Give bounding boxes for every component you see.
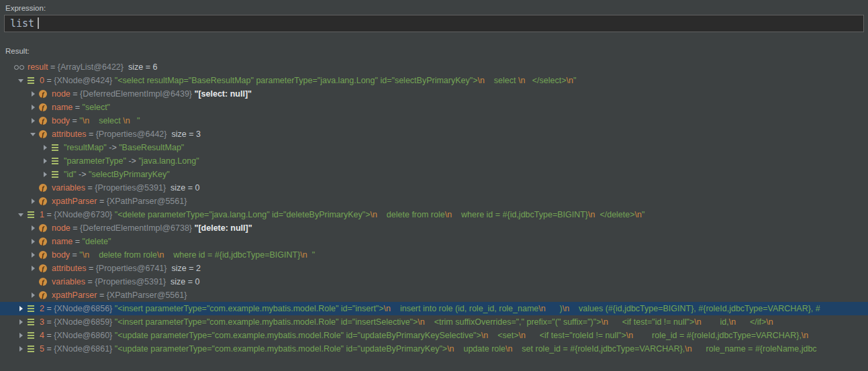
row-part: {Properties@5391} xyxy=(95,183,166,193)
row-text: attributes = {Properties@6442} size = 3 xyxy=(52,129,201,139)
row-part: where id = #{id,jdbcType=BIGINT} xyxy=(164,250,300,260)
row-part: = xyxy=(86,129,95,139)
row-part: result xyxy=(28,62,48,72)
row-part: attributes xyxy=(52,264,86,273)
expand-arrow-icon[interactable] xyxy=(40,141,50,154)
tree-row[interactable]: 4 = {XNode@6860} "<update parameterType=… xyxy=(0,329,868,342)
row-text: 4 = {XNode@6860} "<update parameterType=… xyxy=(40,331,808,340)
expand-arrow-icon[interactable] xyxy=(28,101,38,114)
row-part: " xyxy=(642,210,644,219)
row-part: name xyxy=(52,237,73,246)
tree-row[interactable]: 5 = {XNode@6861} "<update parameterType=… xyxy=(0,342,868,356)
tree-row[interactable]: node = {DeferredElementImpl@6439} "[sele… xyxy=(0,87,868,101)
expand-arrow-icon[interactable] xyxy=(16,302,26,315)
collapse-arrow-icon[interactable] xyxy=(28,127,38,141)
row-part: \n xyxy=(635,210,642,219)
element-icon xyxy=(26,208,36,221)
row-part: = xyxy=(97,197,106,206)
row-part: \n xyxy=(447,344,454,354)
field-icon xyxy=(38,114,48,127)
row-part: \n xyxy=(371,210,377,219)
tree-row[interactable]: "id" -> "selectByPrimaryKey" xyxy=(0,168,868,181)
row-part: size = 6 xyxy=(124,62,157,72)
collapse-arrow-icon[interactable] xyxy=(16,208,26,221)
tree-row[interactable]: 3 = {XNode@6859} "<insert parameterType=… xyxy=(0,315,868,329)
field-icon xyxy=(38,235,48,248)
expand-arrow-icon[interactable] xyxy=(28,114,38,127)
tree-row[interactable]: node = {DeferredElementImpl@6738} "[dele… xyxy=(0,221,868,235)
element-icon xyxy=(26,329,36,342)
expand-arrow-icon[interactable] xyxy=(28,288,38,302)
tree-row[interactable]: "resultMap" -> "BaseResultMap" xyxy=(0,141,868,154)
row-part: = xyxy=(73,103,82,112)
row-part: \n xyxy=(563,304,569,313)
row-part: " xyxy=(307,250,315,260)
row-part: "selectByPrimaryKey" xyxy=(89,170,170,179)
expand-arrow-icon[interactable] xyxy=(28,221,38,235)
expand-arrow-icon[interactable] xyxy=(16,329,26,342)
expand-arrow-icon[interactable] xyxy=(40,154,50,168)
row-part: \n xyxy=(384,304,391,313)
row-part: \n xyxy=(157,250,164,260)
expression-input[interactable] xyxy=(4,15,864,32)
tree-row[interactable]: xpathParser = {XPathParser@5561} xyxy=(0,195,868,208)
row-part: <if test="roleId != null"> xyxy=(526,331,626,340)
tree-row[interactable]: variables = {Properties@5391} size = 0 xyxy=(0,275,868,288)
row-text: variables = {Properties@5391} size = 0 xyxy=(52,183,199,193)
row-part: \n xyxy=(123,116,130,125)
row-part: = xyxy=(85,183,95,193)
row-text: name = "delete" xyxy=(52,237,111,246)
element-icon xyxy=(50,141,60,154)
tree-row[interactable]: name = "delete" xyxy=(0,235,868,248)
expand-arrow-icon[interactable] xyxy=(28,235,38,248)
expand-arrow-icon[interactable] xyxy=(28,87,38,101)
row-text: 3 = {XNode@6859} "<insert parameterType=… xyxy=(40,317,773,327)
row-part: {Properties@6442} xyxy=(96,129,167,139)
row-part: \n xyxy=(481,331,488,340)
expand-arrow-icon[interactable] xyxy=(28,195,38,208)
expand-arrow-icon[interactable] xyxy=(28,262,38,275)
tree-row[interactable]: body = "\n select \n " xyxy=(0,114,868,127)
tree-row[interactable]: attributes = {Properties@6442} size = 3 xyxy=(0,127,868,141)
tree-row[interactable]: xpathParser = {XPathParser@5561} xyxy=(0,288,868,302)
row-part: -> xyxy=(77,170,89,179)
element-icon xyxy=(26,342,36,356)
row-part: -> xyxy=(107,143,119,152)
tree-row[interactable]: body = "\n delete from role\n where id =… xyxy=(0,248,868,262)
tree-row[interactable]: 2 = {XNode@6856} "<insert parameterType=… xyxy=(0,302,868,315)
expand-arrow-icon[interactable] xyxy=(16,342,26,356)
field-icon xyxy=(38,275,48,288)
row-part: \n xyxy=(518,76,525,85)
row-part: "<update parameterType="com.example.myba… xyxy=(115,331,481,340)
tree-row[interactable]: 1 = {XNode@6730} "<delete parameterType=… xyxy=(0,208,868,221)
tree-row[interactable]: name = "select" xyxy=(0,101,868,114)
row-part: <set> xyxy=(488,331,518,340)
row-text: 1 = {XNode@6730} "<delete parameterType=… xyxy=(40,210,644,219)
row-part: 5 xyxy=(40,344,44,354)
row-part: <if test="id != null"> xyxy=(608,317,694,327)
expand-arrow-icon[interactable] xyxy=(28,248,38,262)
row-part: = xyxy=(44,76,54,85)
row-part: <trim suffixOverrides="," prefix="(" suf… xyxy=(425,317,601,327)
expand-arrow-icon[interactable] xyxy=(40,168,50,181)
field-icon xyxy=(38,262,48,275)
expression-input-wrap xyxy=(4,15,864,32)
row-part: role_name = #{roleName,jdbc xyxy=(692,344,817,354)
row-part: "<insert parameterType="com.example.myba… xyxy=(115,304,384,313)
row-part: = xyxy=(44,317,54,327)
row-part: = xyxy=(85,277,95,286)
row-part: set role_id = #{roleId,jdbcType=VARCHAR}… xyxy=(512,344,685,354)
row-part: "[delete: null]" xyxy=(195,223,252,233)
field-icon xyxy=(38,87,48,101)
tree-row[interactable]: result = {ArrayList@6422} size = 6 xyxy=(0,60,868,74)
row-text: attributes = {Properties@6741} size = 2 xyxy=(52,264,201,273)
collapse-arrow-icon[interactable] xyxy=(16,74,26,87)
tree-row[interactable]: attributes = {Properties@6741} size = 2 xyxy=(0,262,868,275)
row-part: \n xyxy=(477,76,484,85)
row-part: {XPathParser@5561} xyxy=(107,290,187,300)
tree-row[interactable]: variables = {Properties@5391} size = 0 xyxy=(0,181,868,195)
expand-arrow-icon[interactable] xyxy=(16,315,26,329)
tree-row[interactable]: 0 = {XNode@6424} "<select resultMap="Bas… xyxy=(0,74,868,87)
row-part: 0 xyxy=(40,76,44,85)
tree-row[interactable]: "parameterType" -> "java.lang.Long" xyxy=(0,154,868,168)
